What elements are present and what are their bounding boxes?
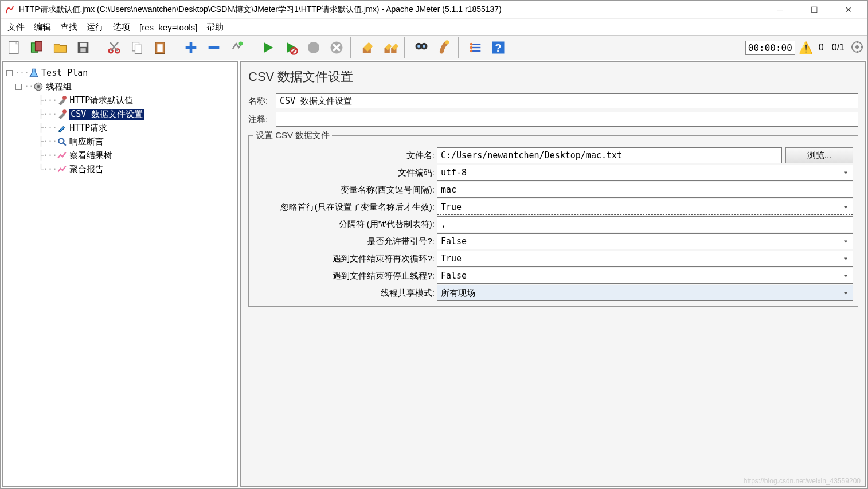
chevron-down-icon: ▾ [844,272,849,280]
chart-icon [57,164,67,174]
menu-file[interactable]: 文件 [4,21,28,34]
chevron-down-icon: ▾ [844,169,849,177]
svg-point-32 [417,45,420,48]
chevron-down-icon: ▾ [844,289,849,297]
thread-counter: 0/1 [830,42,847,53]
svg-point-18 [239,42,243,46]
gear-icon [33,81,44,92]
stopeof-select[interactable]: False▾ [437,268,853,284]
menu-find[interactable]: 查找 [57,21,81,34]
ignorefirst-select[interactable]: True▾ [437,199,853,215]
chevron-down-icon: ▾ [844,203,849,211]
svg-point-34 [445,40,449,44]
function-helper-button[interactable] [465,37,486,58]
encoding-label: 文件编码: [253,167,437,178]
tree-toggle-icon[interactable]: − [15,84,22,90]
toolbar: ? 00:00:00 ⚠️ 0 0/1 [1,35,867,60]
start-noTimers-button[interactable] [280,37,301,58]
comment-label: 注释: [248,114,276,125]
collapse-button[interactable] [204,37,224,58]
stop-button[interactable] [303,37,324,58]
reset-search-button[interactable] [434,37,455,58]
csv-fieldset: 设置 CSV 数据文件 文件名: 浏览... 文件编码: utf-8▾ 变量名称… [248,130,858,307]
delimiter-label: 分隔符 (用'\t'代替制表符): [253,219,437,230]
recycle-select[interactable]: True▾ [437,251,853,267]
svg-marker-19 [264,42,273,53]
svg-point-38 [470,43,473,46]
varnames-input[interactable] [437,182,853,198]
comment-input[interactable] [276,112,858,127]
delimiter-input[interactable] [437,216,853,232]
svg-point-44 [855,45,859,49]
maximize-button[interactable]: ☐ [806,3,823,17]
recycle-label: 遇到文件结束符再次循环?: [253,253,437,264]
close-button[interactable]: ✕ [840,3,857,17]
svg-point-50 [37,85,40,88]
shutdown-button[interactable] [326,37,347,58]
share-select[interactable]: 所有现场▾ [437,285,853,301]
save-button[interactable] [73,37,93,58]
help-button[interactable]: ? [488,37,509,58]
tree-pane[interactable]: − ··· Test Plan − ·· 线程组 ├··· HTTP请求默认值 … [2,61,238,487]
tree-item-csv-config[interactable]: ├··· CSV 数据文件设置 [6,107,233,121]
toggle-button[interactable] [226,37,247,58]
dropper-icon [57,123,67,133]
svg-marker-23 [308,42,319,53]
flask-icon [29,68,39,78]
menu-run[interactable]: 运行 [83,21,107,34]
copy-button[interactable] [127,37,147,58]
menu-options[interactable]: 选项 [110,21,134,34]
svg-rect-14 [157,44,162,52]
config-panel: CSV 数据文件设置 名称: 注释: 设置 CSV 数据文件 文件名: 浏览..… [240,61,866,487]
titlebar: HTTP请求默认值.jmx (C:\Users\newantchen\Deskt… [1,1,867,19]
tree-toggle-icon[interactable]: − [6,70,13,76]
panel-title: CSV 数据文件设置 [248,68,858,85]
gear-icon[interactable] [850,40,864,56]
window-title: HTTP请求默认值.jmx (C:\Users\newantchen\Deskt… [19,5,771,15]
menu-help[interactable]: 帮助 [203,21,227,34]
quoted-label: 是否允许带引号?: [253,236,437,247]
filename-input[interactable] [437,147,782,163]
cut-button[interactable] [104,37,124,58]
tree-item-http-request[interactable]: ├··· HTTP请求 [6,121,233,135]
chevron-down-icon: ▾ [844,255,849,263]
ignorefirst-label: 忽略首行(只在设置了变量名称后才生效): [253,202,437,213]
tree-thread-group[interactable]: − ·· 线程组 [6,80,233,93]
share-label: 线程共享模式: [253,288,437,299]
tree-root[interactable]: − ··· Test Plan [6,66,233,80]
tree-item-aggregate[interactable]: └··· 聚合报告 [6,162,233,176]
fieldset-legend: 设置 CSV 数据文件 [253,130,332,141]
elapsed-timer: 00:00:00 [745,41,795,55]
svg-text:?: ? [495,42,501,54]
name-input[interactable] [276,93,858,108]
chart-icon [57,150,67,161]
search-button[interactable] [411,37,432,58]
tree-item-results-tree[interactable]: ├··· 察看结果树 [6,148,233,162]
tree-item-assertion[interactable]: ├··· 响应断言 [6,135,233,148]
browse-button[interactable]: 浏览... [785,147,853,163]
templates-button[interactable] [27,37,48,58]
svg-point-51 [62,96,67,100]
open-button[interactable] [50,37,71,58]
watermark: https://blog.csdn.net/weixin_43559200 [744,477,861,485]
tree-item-http-defaults[interactable]: ├··· HTTP请求默认值 [6,93,233,107]
warning-icon[interactable]: ⚠️ [799,41,813,54]
wrench-icon [57,109,67,119]
expand-button[interactable] [181,37,201,58]
encoding-select[interactable]: utf-8▾ [437,165,853,181]
start-button[interactable] [257,37,278,58]
new-button[interactable] [4,37,25,58]
svg-line-54 [63,143,66,146]
clear-all-button[interactable] [380,37,401,58]
menu-edit[interactable]: 编辑 [30,21,54,34]
quoted-select[interactable]: False▾ [437,233,853,249]
svg-rect-3 [36,42,42,51]
svg-point-52 [62,109,67,114]
name-label: 名称: [248,96,276,107]
minimize-button[interactable]: ─ [771,3,788,17]
clear-button[interactable] [357,37,378,58]
paste-button[interactable] [150,37,170,58]
menu-reskey[interactable]: [res_key=tools] [136,21,201,33]
svg-point-53 [59,138,64,143]
app-icon [5,5,14,14]
